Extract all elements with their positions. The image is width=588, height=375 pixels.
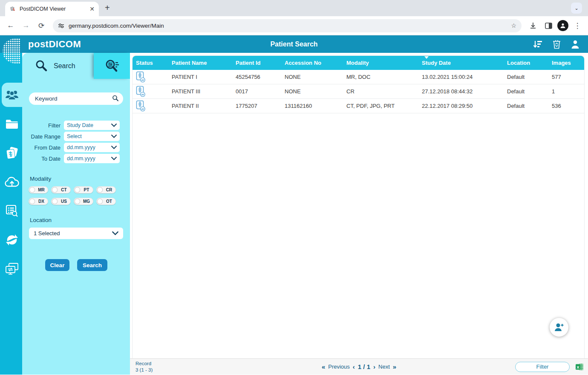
column-patient-name[interactable]: Patient Name [168,56,232,70]
tab-search-label: Search [54,62,75,70]
keyword-search-icon[interactable] [112,95,119,102]
filter-button[interactable]: Filter [515,362,570,372]
sidebar-item-studies[interactable] [2,141,22,165]
record-count: Record 3 (1 - 3) [135,361,153,373]
results-table: Status Patient Name Patient Id Accession… [132,55,585,358]
to-date-picker[interactable]: dd.mm.yyyy [64,154,120,163]
cell-patient-id: 45254756 [232,70,281,84]
add-patient-icon [554,323,564,332]
patients-group-icon [5,89,19,101]
next-chevron-icon[interactable]: › [373,363,375,370]
results-area: Status Patient Name Patient Id Accession… [130,53,588,375]
modality-toggle-mg[interactable]: MG [74,198,93,205]
cell-patient-name: PATIENT I [168,70,232,84]
page-title: Patient Search [270,40,317,48]
modality-toggle-ct[interactable]: CT [51,186,71,193]
sidebar-item-patients[interactable] [2,83,22,107]
side-panel-icon[interactable] [542,19,555,32]
site-settings-icon[interactable] [58,23,64,29]
toggle-knob [97,199,103,204]
excel-export-icon[interactable]: X [576,363,584,371]
sync-arrows-icon [6,234,18,246]
filter-select[interactable]: Study Date [64,121,120,130]
toggle-knob [97,187,103,193]
last-page-icon[interactable]: » [393,363,396,370]
sidebar-item-sync[interactable] [2,228,22,252]
column-images[interactable]: Images [548,56,584,70]
modality-toggle-mr[interactable]: MR [29,186,48,193]
study-status-icon [136,100,146,112]
table-row[interactable]: PATIENT III 0017 NONE CR 27.12.2018 08:4… [133,84,584,99]
cell-accession-no: NONE [281,70,343,84]
sidebar-item-upload[interactable] [2,170,22,194]
tab-advanced-search[interactable] [94,53,130,79]
column-accession-no[interactable]: Accession No [281,56,343,70]
modality-toggle-dx[interactable]: DX [29,198,48,205]
tab-title: PostDICOM Viewer [20,6,86,12]
download-icon[interactable] [527,19,539,32]
modality-toggle-ot[interactable]: OT [96,198,116,205]
first-page-icon[interactable]: « [322,363,325,370]
sidebar-item-folders[interactable] [2,112,22,136]
tab-list-chevron-icon[interactable]: ⌄ [571,3,582,14]
toggle-knob [29,187,35,193]
back-icon[interactable]: ← [4,19,17,32]
column-modality[interactable]: Modality [343,56,418,70]
refresh-icon[interactable]: ⟳ [35,19,48,32]
prev-chevron-icon[interactable]: ‹ [353,363,355,370]
table-row[interactable]: PATIENT II 1775207 131162160 CT, PDF, JP… [133,99,584,113]
app-header: postDICOM Patient Search [0,35,588,53]
next-page-button[interactable]: Next [378,363,390,370]
search-magnifier-icon [35,60,48,72]
browser-toolbar: ← → ⟳ germany.postdicom.com/Viewer/Main … [0,16,588,35]
browser-tab-strip: PostDICOM Viewer ✕ + ⌄ [0,0,588,16]
clear-button[interactable]: Clear [45,259,69,271]
user-icon[interactable] [570,39,580,49]
browser-menu-icon[interactable]: ⋮ [571,19,584,32]
modality-toggle-us[interactable]: US [51,198,71,205]
search-button[interactable]: Search [77,259,107,271]
study-status-icon [136,71,146,83]
brand-brain-icon [1,36,21,67]
browser-profile-avatar[interactable] [557,20,568,31]
browser-tab[interactable]: PostDICOM Viewer ✕ [5,2,99,16]
chevron-down-icon [111,135,117,138]
cell-location: Default [504,70,548,84]
cell-images: 536 [548,99,584,113]
previous-page-button[interactable]: Previous [328,363,350,370]
trash-recycle-icon[interactable] [551,39,562,49]
column-study-date[interactable]: Study Date [418,56,504,70]
column-status[interactable]: Status [133,56,168,70]
forward-icon[interactable]: → [20,19,32,32]
modality-toggle-cr[interactable]: CR [96,186,116,193]
filter-label: Filter [22,122,61,129]
table-row[interactable]: PATIENT I 45254756 NONE MR, DOC 13.02.20… [133,70,584,84]
column-location[interactable]: Location [504,56,548,70]
cell-patient-name: PATIENT II [168,99,232,113]
date-range-select[interactable]: Select [64,132,120,141]
cloud-upload-icon [5,176,19,188]
column-patient-id[interactable]: Patient Id [232,56,281,70]
from-date-picker[interactable]: dd.mm.yyyy [64,143,120,152]
url-text[interactable]: germany.postdicom.com/Viewer/Main [69,23,507,29]
from-date-label: From Date [22,144,61,151]
screen-share-icon [6,263,18,275]
tab-basic-search[interactable]: Search [22,53,94,79]
keyword-input[interactable] [29,92,123,105]
svg-text:X: X [576,364,579,369]
address-bar[interactable]: germany.postdicom.com/Viewer/Main ☆ [53,19,522,32]
toggle-knob [52,199,58,204]
new-tab-icon[interactable]: + [105,3,110,13]
modality-toggle-pt[interactable]: PT [74,186,93,193]
tab-close-icon[interactable]: ✕ [89,6,95,12]
add-patient-button[interactable] [550,318,568,337]
sidebar-item-order-search[interactable] [2,199,22,223]
bookmark-star-icon[interactable]: ☆ [511,22,516,29]
folder-icon [6,119,18,129]
sidebar-item-screen-share[interactable] [2,257,22,281]
advanced-search-magnifier-icon [105,59,119,73]
cell-location: Default [504,84,548,98]
postdicom-app: postDICOM Patient Search [0,35,588,375]
sort-list-icon[interactable] [533,39,543,49]
location-select[interactable]: 1 Selected [29,228,123,239]
